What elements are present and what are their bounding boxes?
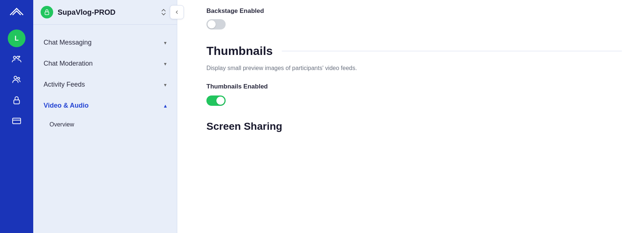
backstage-toggle[interactable] bbox=[206, 19, 226, 29]
overview-label: Overview bbox=[49, 121, 74, 128]
sidebar-item-video-audio[interactable]: Video & Audio ▴ bbox=[33, 95, 177, 116]
sidebar: SupaVlog-PROD Chat Messaging ▾ Chat Mode… bbox=[33, 0, 177, 233]
svg-point-4 bbox=[14, 76, 17, 79]
thumbnails-toggle[interactable] bbox=[206, 95, 226, 106]
main-content: Backstage Enabled Thumbnails Display sma… bbox=[184, 0, 644, 233]
project-name: SupaVlog-PROD bbox=[58, 8, 153, 17]
thumbnails-toggle-track bbox=[206, 95, 226, 106]
chat-moderation-label: Chat Moderation bbox=[44, 60, 93, 67]
team-icon[interactable] bbox=[8, 50, 25, 68]
backstage-toggle-thumb bbox=[208, 20, 216, 28]
thumbnails-enabled-label: Thumbnails Enabled bbox=[206, 83, 622, 90]
user-avatar-icon[interactable]: L bbox=[8, 29, 25, 47]
security-icon[interactable] bbox=[8, 91, 25, 109]
activity-feeds-label: Activity Feeds bbox=[44, 81, 85, 88]
svg-rect-9 bbox=[45, 12, 49, 15]
sidebar-header: SupaVlog-PROD bbox=[33, 0, 177, 25]
project-lock-icon bbox=[41, 6, 53, 18]
video-audio-label: Video & Audio bbox=[44, 102, 89, 109]
svg-rect-7 bbox=[13, 118, 21, 124]
backstage-label: Backstage Enabled bbox=[206, 7, 622, 15]
screen-sharing-heading: Screen Sharing bbox=[206, 121, 622, 132]
svg-point-5 bbox=[18, 77, 20, 79]
video-audio-chevron: ▴ bbox=[164, 103, 167, 109]
sidebar-item-chat-messaging[interactable]: Chat Messaging ▾ bbox=[33, 32, 177, 53]
chat-messaging-chevron: ▾ bbox=[164, 40, 167, 46]
thumbnails-divider bbox=[282, 51, 622, 51]
thumbnails-toggle-thumb bbox=[216, 97, 225, 105]
users-icon[interactable] bbox=[8, 71, 25, 88]
app-logo[interactable] bbox=[8, 6, 25, 21]
svg-rect-6 bbox=[14, 100, 19, 104]
chat-messaging-label: Chat Messaging bbox=[44, 39, 92, 46]
activity-feeds-chevron: ▾ bbox=[164, 82, 167, 88]
svg-point-0 bbox=[13, 56, 16, 59]
sidebar-item-chat-moderation[interactable]: Chat Moderation ▾ bbox=[33, 53, 177, 74]
backstage-section: Backstage Enabled bbox=[184, 0, 644, 33]
icon-bar: L bbox=[0, 0, 33, 233]
thumbnails-section: Thumbnails Display small preview images … bbox=[184, 33, 644, 147]
sidebar-nav: Chat Messaging ▾ Chat Moderation ▾ Activ… bbox=[33, 25, 177, 233]
thumbnails-description: Display small preview images of particip… bbox=[206, 64, 622, 73]
sidebar-subitem-overview[interactable]: Overview bbox=[33, 116, 177, 133]
project-switcher-button[interactable] bbox=[158, 6, 169, 18]
thumbnails-heading-row: Thumbnails bbox=[206, 44, 622, 58]
sidebar-item-activity-feeds[interactable]: Activity Feeds ▾ bbox=[33, 74, 177, 95]
collapse-sidebar-button[interactable] bbox=[170, 5, 184, 19]
thumbnails-heading: Thumbnails bbox=[206, 44, 273, 58]
chat-moderation-chevron: ▾ bbox=[164, 61, 167, 67]
backstage-toggle-track bbox=[206, 19, 226, 29]
billing-icon[interactable] bbox=[8, 112, 25, 130]
